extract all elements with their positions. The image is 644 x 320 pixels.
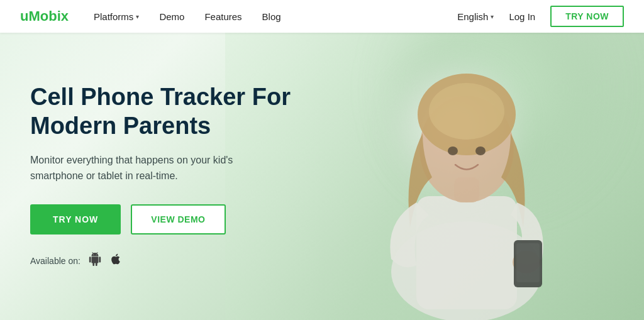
try-now-nav-button[interactable]: TRY NOW	[550, 6, 624, 27]
hero-subtitle: Monitor everything that happens on your …	[30, 152, 269, 184]
hero-title: Cell Phone Tracker For Modern Parents	[30, 83, 322, 140]
hero-section: Cell Phone Tracker For Modern Parents Mo…	[0, 33, 644, 320]
svg-rect-10	[516, 243, 540, 282]
login-button[interactable]: Log In	[509, 11, 535, 22]
apple-icon	[109, 252, 122, 270]
chevron-down-icon: ▾	[136, 13, 139, 20]
navbar: uMobix Platforms ▾ Demo Features Blog En…	[0, 0, 644, 33]
logo-name: Mobix	[28, 8, 69, 24]
svg-point-7	[475, 146, 486, 155]
hero-image	[290, 33, 644, 320]
hero-buttons: TRY NOW VIEW DEMO	[30, 204, 322, 234]
nav-right: English ▾ Log In TRY NOW	[457, 6, 624, 27]
nav-links: Platforms ▾ Demo Features Blog	[94, 11, 457, 22]
chevron-down-icon: ▾	[491, 13, 494, 20]
svg-rect-1	[416, 196, 517, 309]
logo[interactable]: uMobix	[20, 8, 69, 25]
language-selector[interactable]: English ▾	[457, 11, 494, 22]
logo-prefix: u	[20, 8, 28, 24]
nav-platforms[interactable]: Platforms ▾	[94, 11, 139, 22]
nav-demo[interactable]: Demo	[159, 11, 184, 22]
view-demo-button[interactable]: VIEW DEMO	[131, 204, 225, 234]
nav-features[interactable]: Features	[204, 11, 242, 22]
available-on: Available on:	[30, 252, 322, 270]
svg-point-5	[429, 83, 504, 140]
hero-content: Cell Phone Tracker For Modern Parents Mo…	[0, 33, 322, 320]
available-label: Available on:	[30, 256, 80, 266]
nav-blog[interactable]: Blog	[262, 11, 281, 22]
android-icon	[88, 252, 102, 270]
person-illustration	[335, 33, 599, 320]
try-now-hero-button[interactable]: TRY NOW	[30, 204, 121, 234]
svg-point-6	[448, 146, 458, 155]
